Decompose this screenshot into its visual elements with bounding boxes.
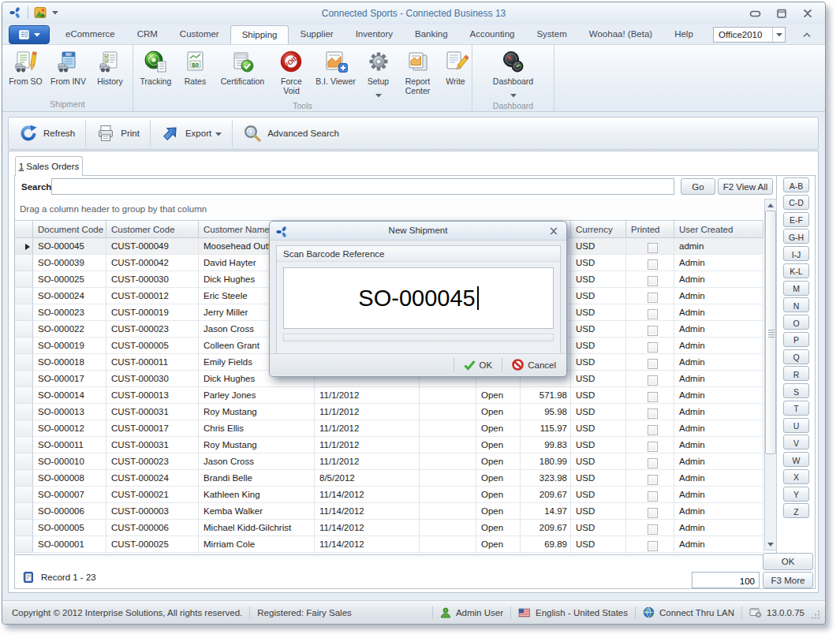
alphabet-button-a-b[interactable]: A-B — [783, 177, 809, 192]
restore-button[interactable] — [774, 7, 790, 20]
search-input[interactable] — [51, 178, 674, 195]
printed-checkbox[interactable] — [648, 425, 658, 435]
printed-checkbox[interactable] — [648, 392, 658, 402]
column-header-customer-code[interactable]: Customer Code — [106, 220, 199, 238]
alphabet-button-v[interactable]: V — [783, 435, 809, 450]
printed-checkbox[interactable] — [648, 309, 658, 319]
toolbar-button-export[interactable]: Export — [151, 118, 232, 149]
table-row[interactable]: SO-000010CUST-000023Jason Cross11/1/2012… — [15, 453, 763, 470]
page-size-input[interactable] — [692, 572, 760, 588]
application-menu-button[interactable] — [9, 25, 50, 44]
ribbon-button-dashboard[interactable]: Dashboard — [472, 47, 554, 101]
minimize-button[interactable] — [748, 7, 763, 20]
printed-checkbox[interactable] — [648, 458, 658, 468]
table-row[interactable]: SO-000006CUST-000003Kemba Walker11/14/20… — [15, 503, 763, 520]
alphabet-button-x[interactable]: X — [783, 469, 809, 484]
dialog-cancel-button[interactable]: Cancel — [502, 354, 566, 375]
column-header-currency[interactable]: Currency — [571, 220, 626, 238]
toolbar-button-advanced-search[interactable]: Advanced Search — [233, 118, 349, 149]
printed-checkbox[interactable] — [648, 475, 658, 485]
ribbon-button-tracking[interactable]: Tracking — [134, 47, 178, 101]
printed-checkbox[interactable] — [648, 491, 658, 502]
alphabet-button-w[interactable]: W — [783, 452, 809, 467]
alphabet-button-o[interactable]: O — [783, 315, 809, 330]
printed-checkbox[interactable] — [648, 243, 658, 253]
column-header-document-code[interactable]: Document Code — [33, 220, 106, 238]
ribbon-tab-woohaa-beta-[interactable]: Woohaa! (Beta) — [578, 25, 663, 44]
printed-checkbox[interactable] — [648, 359, 658, 369]
alphabet-button-k-l[interactable]: K-L — [783, 263, 809, 278]
table-row[interactable]: SO-000008CUST-000024Brandi Belle8/5/2012… — [15, 470, 763, 487]
ribbon-tab-ecommerce[interactable]: eCommerce — [54, 25, 126, 44]
view-all-button[interactable]: F2 View All — [718, 178, 773, 195]
alphabet-button-r[interactable]: R — [783, 366, 809, 381]
ribbon-button-from-inv[interactable]: INVFrom INV — [47, 47, 91, 99]
close-button[interactable] — [800, 7, 816, 20]
more-button[interactable]: F3 More — [763, 572, 813, 588]
ribbon-tab-accounting[interactable]: Accounting — [459, 25, 526, 44]
ribbon-button-history[interactable]: History — [91, 47, 130, 99]
ribbon-tab-crm[interactable]: CRM — [126, 25, 169, 44]
printed-checkbox[interactable] — [648, 524, 658, 535]
barcode-input[interactable]: SO-000045 — [283, 267, 554, 329]
status-connection[interactable]: Connect Thru LAN — [643, 606, 734, 618]
ribbon-button-from-so[interactable]: From SO — [6, 47, 47, 99]
toolbar-button-print[interactable]: Print — [86, 118, 150, 149]
dialog-ok-button[interactable]: OK — [454, 354, 502, 375]
ribbon-button-b-i-viewer[interactable]: B.I. Viewer — [311, 47, 361, 101]
ribbon-tab-inventory[interactable]: Inventory — [345, 25, 404, 44]
ribbon-button-force-void[interactable]: VOIDForceVoid — [273, 47, 311, 101]
printed-checkbox[interactable] — [648, 276, 658, 286]
ribbon-button-setup[interactable]: Setup — [361, 47, 396, 101]
printed-checkbox[interactable] — [648, 508, 658, 518]
status-language[interactable]: English - United States — [518, 607, 628, 618]
alphabet-button-u[interactable]: U — [783, 418, 809, 433]
ribbon-tab-help[interactable]: Help — [663, 25, 704, 44]
alphabet-button-y[interactable]: Y — [783, 487, 809, 502]
alphabet-button-z[interactable]: Z — [783, 503, 809, 518]
alphabet-button-t[interactable]: T — [783, 401, 809, 416]
scrollbar-thumb[interactable] — [765, 211, 776, 454]
scroll-up-icon[interactable] — [765, 200, 776, 211]
alphabet-button-n[interactable]: N — [783, 297, 809, 312]
tab-sales-orders[interactable]: 1 Sales Orders — [15, 156, 83, 176]
ribbon-tab-system[interactable]: System — [525, 25, 577, 44]
column-header-printed[interactable]: Printed — [626, 220, 674, 238]
table-row[interactable]: SO-000005CUST-000006Michael Kidd-Gilchri… — [15, 520, 763, 536]
resize-grip[interactable] — [811, 610, 820, 621]
alphabet-button-p[interactable]: P — [783, 332, 809, 347]
alphabet-button-s[interactable]: S — [783, 383, 809, 398]
printed-checkbox[interactable] — [648, 375, 658, 386]
printed-checkbox[interactable] — [648, 442, 658, 452]
table-row[interactable]: SO-000012CUST-000017Chris Ellis11/1/2012… — [15, 420, 763, 437]
ribbon-tab-supplier[interactable]: Supplier — [289, 25, 344, 44]
ribbon-tab-customer[interactable]: Customer — [169, 25, 230, 44]
table-row[interactable]: SO-000014CUST-000013Parley Jones11/1/201… — [15, 387, 763, 404]
alphabet-button-q[interactable]: Q — [783, 349, 809, 364]
printed-checkbox[interactable] — [648, 541, 658, 551]
alphabet-button-m[interactable]: M — [783, 281, 809, 296]
alphabet-button-i-j[interactable]: I-J — [783, 246, 809, 261]
go-button[interactable]: Go — [681, 178, 715, 195]
ribbon-button-certification[interactable]: Certification — [213, 47, 273, 101]
alphabet-button-c-d[interactable]: C-D — [783, 195, 809, 210]
ribbon-button-report-center[interactable]: ReportCenter — [396, 47, 440, 101]
theme-dropdown-icon[interactable] — [772, 28, 785, 42]
ribbon-tab-shipping[interactable]: Shipping — [230, 25, 289, 44]
printed-checkbox[interactable] — [648, 293, 658, 303]
printed-checkbox[interactable] — [648, 342, 658, 353]
ribbon-tab-banking[interactable]: Banking — [404, 25, 459, 44]
printed-checkbox[interactable] — [648, 326, 658, 336]
vertical-scrollbar[interactable] — [764, 199, 777, 550]
collapse-ribbon-icon[interactable] — [800, 28, 814, 41]
alphabet-button-g-h[interactable]: G-H — [783, 229, 809, 244]
table-row[interactable]: SO-000001CUST-000025Mirriam Cole11/14/20… — [15, 536, 763, 553]
table-row[interactable]: SO-000011CUST-000031Roy Mustang11/1/2012… — [15, 437, 763, 453]
printed-checkbox[interactable] — [648, 259, 658, 270]
theme-selector[interactable]: Office2010 — [713, 27, 786, 43]
ribbon-button-write[interactable]: Write — [440, 47, 472, 101]
dialog-close-icon[interactable] — [547, 225, 560, 237]
table-row[interactable]: SO-000013CUST-000031Roy Mustang11/1/2012… — [15, 404, 763, 420]
table-row[interactable]: SO-000007CUST-000021Kathleen King11/14/2… — [15, 487, 763, 503]
scroll-down-icon[interactable] — [765, 539, 776, 550]
